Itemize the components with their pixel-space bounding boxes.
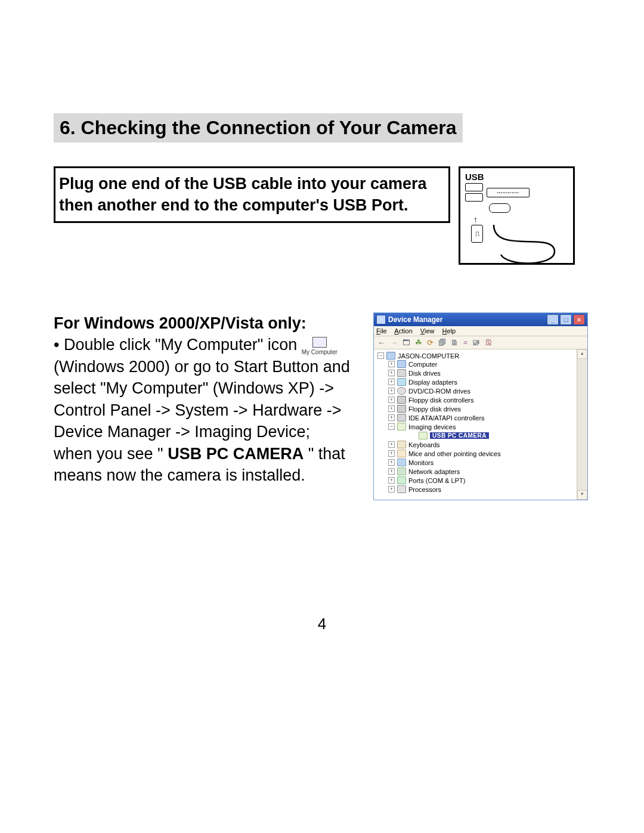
tree-node-dvd[interactable]: +DVD/CD-ROM drives: [388, 386, 575, 395]
page-number: 4: [0, 615, 644, 633]
menu-help[interactable]: Help: [442, 327, 456, 335]
usb-label: USB: [465, 172, 568, 182]
expand-icon[interactable]: +: [388, 441, 395, 448]
tree-node-display-adapters[interactable]: +Display adapters: [388, 377, 575, 386]
tree-node-imaging[interactable]: −Imaging devices: [388, 422, 575, 431]
forward-icon[interactable]: →: [390, 338, 398, 347]
usb-plug-icon: ⎍: [471, 225, 483, 243]
window-titlebar[interactable]: Device Manager _ □ ×: [374, 313, 587, 326]
tree-node-usb-pc-camera[interactable]: USB PC CAMERA: [410, 431, 575, 440]
arrow-up-icon: ↑: [473, 215, 568, 224]
top-row: Plug one end of the USB cable into your …: [54, 166, 590, 265]
manual-page: 6. Checking the Connection of Your Camer…: [0, 0, 644, 833]
usb-port-icon: [465, 183, 483, 191]
floppy-icon: [397, 396, 406, 404]
body-row: For Windows 2000/XP/Vista only: • Double…: [54, 312, 590, 500]
tree-node-computer[interactable]: +Computer: [388, 360, 575, 368]
toolbar-icon[interactable]: ≈: [463, 338, 467, 347]
sub-heading: For Windows 2000/XP/Vista only:: [54, 314, 306, 332]
processor-icon: [397, 485, 406, 493]
scroll-up-icon[interactable]: ▴: [577, 349, 587, 359]
collapse-icon[interactable]: −: [377, 352, 384, 359]
expand-icon[interactable]: +: [388, 379, 395, 385]
refresh-icon[interactable]: ⟳: [427, 338, 434, 347]
my-computer-icon: My Computer: [302, 337, 338, 355]
back-icon[interactable]: ←: [377, 338, 385, 347]
instruction-box: Plug one end of the USB cable into your …: [54, 166, 450, 223]
expand-icon[interactable]: +: [388, 459, 395, 466]
toolbar-icon[interactable]: 🖳: [472, 338, 480, 347]
close-button[interactable]: ×: [573, 314, 585, 325]
tree-node-monitors[interactable]: +Monitors: [388, 458, 575, 467]
expand-icon[interactable]: +: [388, 397, 395, 403]
usb-pc-camera-bold: USB PC CAMERA: [168, 445, 304, 463]
menu-file[interactable]: File: [376, 327, 387, 335]
expand-icon[interactable]: +: [388, 405, 395, 412]
parallel-port-icon: ••••••••••••: [487, 188, 530, 197]
expand-icon[interactable]: +: [388, 468, 395, 475]
tree-node-floppy-ctrl[interactable]: +Floppy disk controllers: [388, 395, 575, 404]
tree-node-keyboards[interactable]: +Keyboards: [388, 440, 575, 449]
computer-icon: [386, 352, 395, 360]
scroll-down-icon[interactable]: ▾: [577, 490, 587, 500]
keyboard-icon: [397, 441, 406, 448]
tree-root[interactable]: − JASON-COMPUTER: [377, 352, 575, 360]
disk-icon: [397, 369, 406, 377]
expand-icon[interactable]: +: [388, 388, 395, 394]
root-label: JASON-COMPUTER: [398, 352, 459, 360]
maximize-button[interactable]: □: [560, 314, 572, 325]
tree-node-ide[interactable]: +IDE ATA/ATAPI controllers: [388, 413, 575, 422]
toolbar-icon[interactable]: 🗎: [451, 338, 459, 347]
my-computer-icon-label: My Computer: [302, 349, 338, 355]
serial-port-icon: [489, 203, 510, 213]
usb-port-icon: [465, 193, 483, 202]
mouse-icon: [397, 450, 406, 457]
usb-port-diagram: USB •••••••••••• ↑ ⎍: [459, 166, 575, 265]
window-title: Device Manager: [388, 315, 442, 324]
expand-icon[interactable]: +: [388, 486, 395, 493]
app-icon: [376, 315, 386, 324]
monitor-icon: [397, 459, 406, 466]
tree-node-processors[interactable]: +Processors: [388, 485, 575, 494]
floppy-icon: [397, 405, 406, 413]
menu-view[interactable]: View: [420, 327, 435, 335]
menu-action[interactable]: Action: [394, 327, 413, 335]
dvd-icon: [397, 387, 406, 395]
expand-icon[interactable]: +: [388, 361, 395, 367]
tree-node-disk-drives[interactable]: +Disk drives: [388, 368, 575, 377]
camera-icon: [419, 432, 428, 439]
display-icon: [397, 378, 406, 386]
tree-node-mice[interactable]: +Mice and other pointing devices: [388, 449, 575, 458]
expand-icon[interactable]: +: [388, 477, 395, 484]
collapse-icon[interactable]: −: [388, 423, 395, 430]
device-manager-window: Device Manager _ □ × File Action View He…: [373, 312, 588, 500]
imaging-icon: [397, 423, 406, 431]
instructions-text: For Windows 2000/XP/Vista only: • Double…: [54, 312, 352, 487]
usb-cable-icon: [489, 225, 561, 267]
computer-icon: [397, 360, 406, 368]
section-title: 6. Checking the Connection of Your Camer…: [54, 113, 463, 143]
network-icon: [397, 467, 406, 475]
expand-icon[interactable]: +: [388, 450, 395, 457]
ports-icon: [397, 476, 406, 484]
expand-icon[interactable]: +: [388, 370, 395, 376]
scrollbar[interactable]: ▴ ▾: [577, 349, 587, 500]
toolbar-icon[interactable]: 🖻: [485, 338, 493, 347]
minimize-button[interactable]: _: [547, 314, 559, 325]
device-tree[interactable]: − JASON-COMPUTER +Computer +Disk drives …: [374, 349, 577, 500]
toolbar-icon[interactable]: 🗐: [438, 338, 446, 347]
menubar[interactable]: File Action View Help: [374, 326, 587, 336]
toolbar-icon[interactable]: ☘: [415, 338, 422, 347]
tree-node-floppy-drives[interactable]: +Floppy disk drives: [388, 404, 575, 413]
toolbar-icon[interactable]: 🗔: [402, 338, 410, 347]
toolbar[interactable]: ← → 🗔 ☘ ⟳ 🗐 🗎 ≈ 🖳 🖻: [374, 336, 587, 349]
tree-node-ports[interactable]: +Ports (COM & LPT): [388, 476, 575, 485]
line1-prefix: • Double click "My Computer" icon: [54, 336, 302, 354]
ide-icon: [397, 414, 406, 422]
expand-icon[interactable]: +: [388, 414, 395, 421]
selected-device-label: USB PC CAMERA: [430, 432, 489, 439]
tree-node-network[interactable]: +Network adapters: [388, 467, 575, 476]
